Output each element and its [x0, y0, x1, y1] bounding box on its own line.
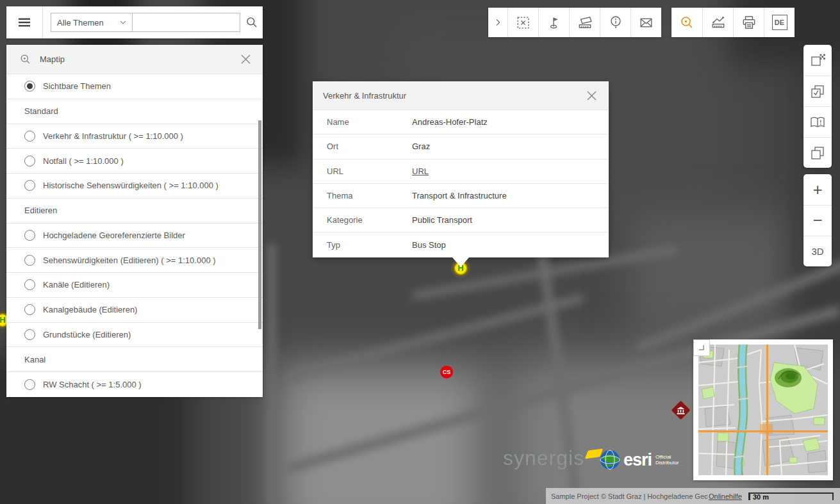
maptip-layer-item[interactable]: Verkehr & Infrastruktur ( >= 1:10.000 )	[6, 124, 263, 149]
attribute-link[interactable]: URL	[412, 167, 429, 176]
crosshair-vertical	[766, 345, 768, 475]
maptip-item-label: Sichtbare Themen	[43, 81, 111, 91]
expand-toolbar-icon	[493, 17, 503, 28]
maptip-close-button[interactable]	[237, 51, 254, 68]
attribute-value: Public Transport	[412, 215, 472, 225]
maptip-item-label: Kanalgebäude (Editieren)	[43, 305, 137, 314]
maptip-item-label: Verkehr & Infrastruktur ( >= 1:10.000 )	[43, 131, 183, 141]
radio-button[interactable]	[24, 304, 35, 315]
expand-toolbar-button[interactable]	[488, 8, 507, 37]
attribute-label: Thema	[313, 191, 412, 200]
attribute-value: Andreas-Hofer-Platz	[412, 117, 488, 127]
mode-3d-label: 3D	[811, 246, 823, 257]
maptip-layer-item[interactable]: Kanäle (Editieren)	[6, 273, 263, 298]
radio-button[interactable]	[24, 230, 35, 241]
identify-info-icon	[608, 15, 623, 30]
flag-marker-button[interactable]	[538, 8, 569, 37]
maptip-layer-item[interactable]: Notfall ( >= 1:10.000 )	[6, 149, 263, 174]
map-street	[268, 243, 276, 504]
synergis-logo: synergis	[503, 447, 601, 469]
esri-tagline: Official Distributor	[655, 454, 679, 466]
maptip-list: Sichtbare ThemenStandardVerkehr & Infras…	[6, 74, 263, 396]
popup-title: Verkehr & Infrastruktur	[323, 91, 583, 101]
maptip-layer-item[interactable]: Sehenswürdigkeiten (Editieren) ( >= 1:10…	[6, 248, 263, 273]
mail-button[interactable]	[630, 8, 661, 37]
maptip-section-header: Standard	[6, 99, 263, 124]
popup-attribute-row: OrtGraz	[313, 134, 609, 159]
search-header: Alle Themen	[6, 6, 263, 38]
maptip-layer-item[interactable]: Grundstücke (Editieren)	[6, 323, 263, 348]
attribute-label: URL	[313, 167, 412, 176]
maptip-icon	[679, 15, 695, 30]
radio-button[interactable]	[24, 81, 35, 92]
zoom-in-button[interactable]: +	[803, 174, 832, 205]
maptip-item-label: Historische Sehenswürdigkeiten ( >= 1:10…	[43, 181, 218, 190]
maptip-panel: Maptip Sichtbare ThemenStandardVerkehr &…	[6, 45, 263, 397]
overview-collapse-button[interactable]	[693, 339, 710, 356]
theme-filter-select[interactable]: Alle Themen	[51, 13, 133, 32]
select-rectangle-icon	[515, 15, 531, 31]
attribute-label: Ort	[313, 142, 412, 151]
panel-scrollbar[interactable]	[258, 120, 261, 329]
online-help-link[interactable]: Onlinehilfe	[709, 492, 742, 500]
maptip-panel-title: Maptip	[40, 54, 237, 64]
visible-themes-button[interactable]	[803, 76, 832, 106]
maptip-layer-item[interactable]: Sichtbare Themen	[6, 74, 263, 99]
measure-profile-button[interactable]	[702, 8, 733, 37]
radio-button[interactable]	[24, 329, 35, 340]
basemap-button[interactable]	[803, 45, 832, 76]
identify-info-button[interactable]	[600, 8, 630, 37]
attribute-value: Transport & Infrastructure	[412, 191, 507, 200]
main-menu-button[interactable]	[6, 6, 43, 38]
map-application: H H CS Alle Themen	[0, 0, 840, 504]
popup-attribute-row: TypBus Stop	[313, 232, 609, 257]
scale-bar: 30 m	[748, 492, 834, 500]
maptip-layer-item[interactable]: RW Schacht ( >= 1:5.000 )	[6, 372, 263, 397]
radio-button[interactable]	[24, 180, 35, 191]
language-button[interactable]: DE	[764, 8, 795, 37]
maptip-layer-item[interactable]: Kanalgebäude (Editieren)	[6, 298, 263, 323]
overview-map-image	[698, 345, 828, 475]
esri-logo: esri Official Distributor	[600, 450, 679, 470]
search-icon	[245, 16, 258, 29]
attribute-value: URL	[412, 167, 429, 176]
radio-button[interactable]	[24, 279, 35, 290]
view-tools-sidebar	[803, 45, 832, 168]
popup-attribute-row: KategoriePublic Transport	[313, 208, 609, 232]
maptip-layer-item[interactable]: Historische Sehenswürdigkeiten ( >= 1:10…	[6, 174, 263, 199]
maptip-tool-button[interactable]	[671, 8, 702, 37]
print-button[interactable]	[733, 8, 764, 37]
radio-button[interactable]	[24, 255, 35, 266]
radio-button[interactable]	[24, 379, 35, 390]
esri-globe-icon	[600, 450, 620, 470]
radio-button[interactable]	[24, 156, 35, 167]
search-input[interactable]	[133, 13, 240, 32]
popup-attribute-table: NameAndreas-Hofer-PlatzOrtGrazURLURLThem…	[313, 110, 609, 257]
measure-area-button[interactable]	[569, 8, 600, 37]
attribution-text: Sample Project © Stadt Graz | Hochgelade…	[551, 492, 707, 500]
print-icon	[741, 14, 757, 31]
maptip-section-header: Kanal	[6, 347, 263, 372]
maptip-item-label: Kanal	[24, 355, 45, 364]
zoom-out-label: −	[812, 211, 822, 231]
footer-bar: Sample Project © Stadt Graz | Hochgelade…	[546, 488, 840, 504]
popup-close-button[interactable]	[583, 87, 600, 104]
maptip-layer-item[interactable]: Hochgeladene Georeferenzierte Bilder	[6, 224, 263, 248]
tools-toolbar: DE	[671, 8, 795, 37]
maptip-icon	[19, 53, 31, 65]
mode-3d-button[interactable]: 3D	[803, 236, 832, 266]
esri-logo-text: esri	[623, 450, 652, 470]
maptip-item-label: Hochgeladene Georeferenzierte Bilder	[43, 231, 185, 240]
radio-button[interactable]	[24, 131, 35, 142]
legend-icon	[809, 114, 826, 131]
maptip-item-label: Grundstücke (Editieren)	[43, 330, 131, 339]
maptip-section-header: Editieren	[6, 199, 263, 224]
layers-button[interactable]	[803, 137, 832, 168]
collapse-corner-icon	[697, 343, 706, 352]
legend-button[interactable]	[803, 106, 832, 137]
construction-site-marker[interactable]: CS	[440, 366, 453, 378]
overview-map[interactable]	[693, 339, 833, 480]
select-rectangle-button[interactable]	[507, 8, 538, 37]
search-button[interactable]	[240, 6, 263, 38]
zoom-out-button[interactable]: −	[803, 205, 832, 236]
